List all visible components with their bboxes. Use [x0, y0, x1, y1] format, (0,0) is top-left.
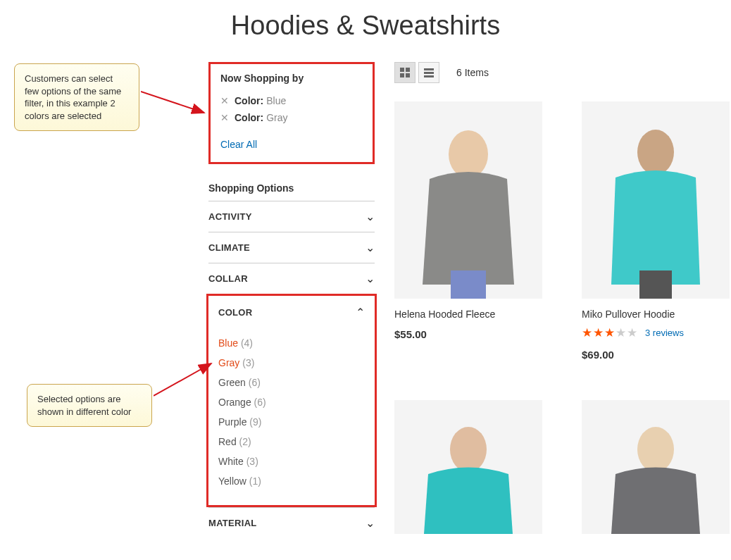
remove-filter-icon[interactable]: ✕	[220, 95, 229, 106]
rating-row: ★ ★ ★ ★ ★ 3 reviews	[582, 325, 730, 340]
product-card[interactable]	[394, 400, 542, 534]
color-option-white[interactable]: White (3)	[218, 452, 365, 471]
active-filter-value: Blue	[266, 95, 286, 106]
product-image	[582, 400, 730, 534]
item-count: 6 Items	[456, 67, 489, 78]
active-filter-color-gray: ✕ Color: Gray	[220, 112, 363, 123]
svg-rect-6	[451, 270, 486, 299]
product-price: $69.00	[582, 349, 730, 361]
now-shopping-title: Now Shopping by	[220, 73, 363, 84]
product-image	[394, 400, 542, 534]
star-icon: ★	[604, 325, 616, 340]
svg-point-11	[450, 427, 487, 472]
reviews-link[interactable]: 3 reviews	[645, 328, 684, 338]
callout-selected-color: Selected options are shown in different …	[27, 384, 152, 427]
product-card[interactable]	[582, 400, 730, 534]
active-filter-label: Color:	[235, 95, 263, 106]
svg-point-8	[637, 130, 674, 175]
filter-name-activity: ACTIVITY	[208, 211, 252, 222]
svg-point-5	[449, 130, 488, 178]
filter-color-expanded: COLOR ⌃ Blue (4) Gray (3) Green (6) Oran…	[206, 294, 377, 507]
star-icon: ★	[593, 325, 604, 340]
color-option-blue[interactable]: Blue (4)	[218, 333, 365, 353]
filter-climate[interactable]: CLIMATE ⌄	[208, 232, 375, 263]
color-option-orange[interactable]: Orange (6)	[218, 392, 365, 412]
chevron-down-icon: ⌄	[366, 516, 375, 530]
star-rating: ★ ★ ★ ★ ★	[582, 325, 638, 340]
chevron-up-icon: ⌃	[356, 306, 365, 319]
remove-filter-icon[interactable]: ✕	[220, 112, 229, 123]
callout-multiselect: Customers can select few options of the …	[14, 63, 139, 131]
product-name: Helena Hooded Fleece	[394, 309, 542, 320]
svg-rect-9	[639, 270, 672, 299]
svg-line-1	[141, 92, 204, 113]
filter-color-header[interactable]: COLOR ⌃	[218, 296, 365, 329]
page-title: Hoodies & Sweatshirts	[0, 0, 731, 62]
view-mode-list[interactable]	[418, 62, 439, 83]
color-option-yellow[interactable]: Yellow (1)	[218, 471, 365, 491]
star-icon: ★	[582, 325, 593, 340]
color-option-purple[interactable]: Purple (9)	[218, 412, 365, 432]
filter-material[interactable]: MATERIAL ⌄	[208, 507, 375, 538]
arrow-2	[154, 359, 217, 402]
main-content: 6 Items Helena Hooded Fleece $55.00 Miko…	[375, 62, 731, 538]
active-filter-color-blue: ✕ Color: Blue	[220, 95, 363, 106]
product-image	[394, 101, 542, 299]
chevron-down-icon: ⌄	[366, 272, 375, 285]
filter-name-collar: COLLAR	[208, 273, 248, 284]
arrow-1	[141, 85, 211, 120]
grid-icon	[400, 68, 410, 77]
active-filter-label: Color:	[235, 112, 263, 123]
filter-name-material: MATERIAL	[208, 518, 257, 528]
product-image	[582, 101, 730, 299]
list-icon	[424, 68, 434, 77]
color-option-green[interactable]: Green (6)	[218, 373, 365, 392]
filter-activity[interactable]: ACTIVITY ⌄	[208, 201, 375, 232]
product-price: $55.00	[394, 328, 542, 340]
svg-line-3	[154, 363, 211, 396]
toolbar: 6 Items	[394, 62, 731, 83]
sidebar: Now Shopping by ✕ Color: Blue ✕ Color: G…	[208, 62, 375, 538]
filter-collar[interactable]: COLLAR ⌄	[208, 263, 375, 294]
color-option-gray[interactable]: Gray (3)	[218, 353, 365, 373]
color-option-red[interactable]: Red (2)	[218, 432, 365, 452]
chevron-down-icon: ⌄	[366, 241, 375, 254]
chevron-down-icon: ⌄	[366, 210, 375, 223]
clear-all-link[interactable]: Clear All	[220, 139, 257, 150]
view-mode-grid[interactable]	[394, 62, 416, 83]
active-filter-value: Gray	[266, 112, 287, 123]
shopping-options-title: Shopping Options	[208, 173, 375, 201]
svg-point-13	[637, 427, 674, 472]
star-icon: ★	[616, 325, 627, 340]
product-card[interactable]: Helena Hooded Fleece $55.00	[394, 101, 542, 361]
filter-name-color: COLOR	[218, 307, 252, 318]
product-card[interactable]: Miko Pullover Hoodie ★ ★ ★ ★ ★ 3 reviews…	[582, 101, 730, 361]
now-shopping-block: Now Shopping by ✕ Color: Blue ✕ Color: G…	[208, 62, 375, 164]
filter-name-climate: CLIMATE	[208, 242, 250, 253]
product-name: Miko Pullover Hoodie	[582, 309, 730, 320]
star-icon: ★	[627, 325, 638, 340]
product-grid: Helena Hooded Fleece $55.00 Miko Pullove…	[394, 101, 731, 534]
